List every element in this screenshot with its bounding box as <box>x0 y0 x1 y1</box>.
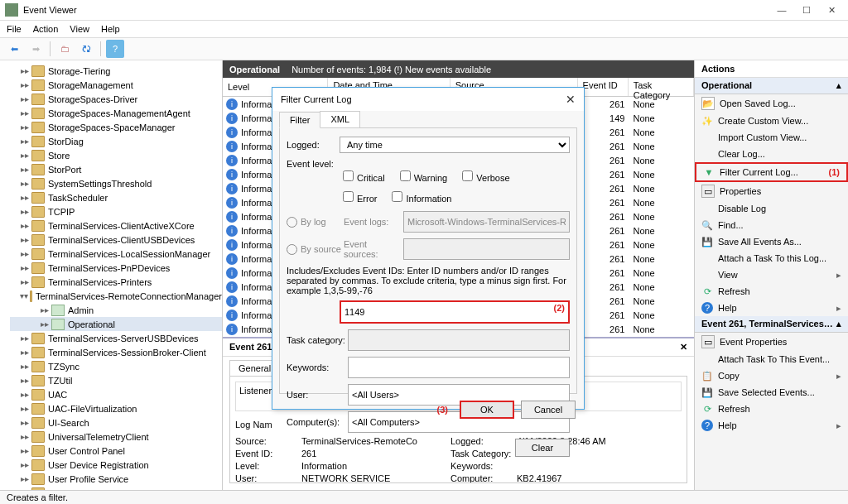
folder-icon <box>31 473 45 485</box>
cb-critical[interactable]: Critical <box>340 168 385 184</box>
folder-icon <box>30 290 32 302</box>
action-item[interactable]: Disable Log <box>695 200 848 217</box>
action-item[interactable]: 🔍Find... <box>695 217 848 233</box>
action-item[interactable]: ?Help▸ <box>695 417 848 434</box>
logged-dropdown[interactable]: Any time <box>340 137 570 153</box>
keywords-dropdown[interactable] <box>348 357 570 378</box>
action-item[interactable]: 📂Open Saved Log... <box>695 94 848 113</box>
navigation-tree[interactable]: ▸Storage-Tiering▸StorageManagement▸Stora… <box>0 60 223 490</box>
col-task[interactable]: Task Category <box>629 78 694 96</box>
cb-information[interactable]: Information <box>388 189 451 204</box>
folder-icon <box>31 487 45 491</box>
actions-header: Actions <box>695 60 848 78</box>
tree-item[interactable]: ▸UI-Search <box>10 415 222 430</box>
tree-item[interactable]: ▸TZUtil <box>10 373 222 387</box>
cb-warning[interactable]: Warning <box>397 168 448 184</box>
action-item[interactable]: ✨Create Custom View... <box>695 113 848 129</box>
action-item[interactable]: ⟳Refresh <box>695 283 848 300</box>
dialog-close-icon[interactable]: ✕ <box>566 93 576 106</box>
clear-button[interactable]: Clear <box>515 439 570 457</box>
tree-item[interactable]: ▸TerminalServices-LocalSessionManager <box>10 247 222 261</box>
action-item[interactable]: 💾Save Selected Events... <box>695 384 848 401</box>
detail-close-icon[interactable]: ✕ <box>680 342 687 353</box>
tree-item[interactable]: ▸StorageManagement <box>10 78 222 92</box>
action-item[interactable]: ▭Properties <box>695 182 848 200</box>
tree-item[interactable]: ▸TerminalServices-ClientUSBDevices <box>10 233 222 247</box>
action-item[interactable]: ?Help▸ <box>695 300 848 316</box>
cb-verbose[interactable]: Verbose <box>459 168 509 184</box>
tree-item[interactable]: ▸TZSync <box>10 359 222 373</box>
tree-item[interactable]: ▸StorageSpaces-Driver <box>10 92 222 106</box>
tree-item[interactable]: ▸TerminalServices-SessionBroker-Client <box>10 345 222 359</box>
dialog-tab-xml[interactable]: XML <box>320 111 360 127</box>
action-item[interactable]: 💾Save All Events As... <box>695 233 848 250</box>
action-item[interactable]: ▼Filter Current Log...(1) <box>695 162 848 182</box>
tree-item[interactable]: ▸User Control Panel <box>10 444 222 458</box>
tree-item[interactable]: ▸User Device Registration <box>10 458 222 472</box>
actions-section-operational[interactable]: Operational▴ <box>695 78 848 94</box>
info-icon: i <box>226 267 238 279</box>
tree-item[interactable]: ▸TerminalServices-ServerUSBDevices <box>10 331 222 345</box>
tree-item[interactable]: ▸User Profile Service <box>10 472 222 486</box>
event-id-input[interactable] <box>340 300 570 324</box>
help-icon[interactable]: ? <box>106 40 124 58</box>
folder-icon <box>31 192 45 204</box>
menu-view[interactable]: View <box>70 24 89 34</box>
event-logs-dropdown <box>403 211 570 233</box>
menu-help[interactable]: Help <box>101 24 120 34</box>
back-icon[interactable]: ⬅ <box>5 40 23 58</box>
tree-item[interactable]: ▸StorageSpaces-SpaceManager <box>10 120 222 134</box>
tree-item[interactable]: ▸Admin <box>10 303 222 317</box>
tree-item[interactable]: ▸SystemSettingsThreshold <box>10 176 222 190</box>
action-item[interactable]: Import Custom View... <box>695 129 848 146</box>
tree-item[interactable]: ▸TerminalServices-ClientActiveXCore <box>10 218 222 233</box>
radio-bysource <box>287 244 297 255</box>
dialog-tab-filter[interactable]: Filter <box>279 112 320 128</box>
action-item[interactable]: ▭Event Properties <box>695 333 848 351</box>
tree-item[interactable]: ▸Operational <box>10 317 222 331</box>
tree-item[interactable]: ▸Storage-Tiering <box>10 64 222 78</box>
tree-item[interactable]: ▸UniversalTelemetryClient <box>10 430 222 444</box>
menu-bar: File Action View Help <box>0 21 848 37</box>
tree-item[interactable]: ▸Store <box>10 148 222 162</box>
marker-2: (2) <box>554 303 565 313</box>
action-item[interactable]: Attach Task To This Event... <box>695 351 848 367</box>
info-icon: i <box>226 169 238 180</box>
action-item[interactable]: View▸ <box>695 266 848 283</box>
minimize-button[interactable]: — <box>770 2 793 18</box>
action-item[interactable]: ⟳Refresh <box>695 401 848 417</box>
tree-item[interactable]: ▸TerminalServices-Printers <box>10 275 222 289</box>
close-button[interactable]: ✕ <box>820 2 843 18</box>
event-sources-dropdown <box>403 238 570 260</box>
ok-button[interactable]: OK <box>460 401 514 419</box>
action-item[interactable]: Clear Log... <box>695 146 848 162</box>
tree-item[interactable]: ▸TerminalServices-PnPDevices <box>10 261 222 275</box>
actions-section-event[interactable]: Event 261, TerminalServices-RemoteConn..… <box>695 316 848 333</box>
log-icon <box>51 319 65 330</box>
marker-3: (3) <box>437 405 448 415</box>
forward-icon[interactable]: ➡ <box>26 40 45 58</box>
menu-file[interactable]: File <box>7 24 22 34</box>
tree-item[interactable]: ▸StorageSpaces-ManagementAgent <box>10 106 222 120</box>
tree-item[interactable]: ▸User-Loader <box>10 486 222 490</box>
tree-item[interactable]: ▾TerminalServices-RemoteConnectionManage… <box>10 289 222 303</box>
action-item[interactable]: 📋Copy▸ <box>695 367 848 384</box>
menu-action[interactable]: Action <box>33 24 59 34</box>
browse-icon[interactable]: 🗀 <box>55 40 74 58</box>
grid-title: Operational <box>229 65 280 74</box>
refresh-icon[interactable]: 🗘 <box>77 40 95 58</box>
maximize-button[interactable]: ☐ <box>795 2 818 18</box>
cancel-button[interactable]: Cancel <box>521 401 576 419</box>
col-eventid[interactable]: Event ID <box>578 78 629 96</box>
folder-icon <box>31 79 45 91</box>
folder-icon <box>31 375 45 386</box>
tree-item[interactable]: ▸StorPort <box>10 162 222 176</box>
tree-item[interactable]: ▸UAC-FileVirtualization <box>10 401 222 415</box>
action-item[interactable]: Attach a Task To this Log... <box>695 250 848 266</box>
action-icon <box>701 269 713 281</box>
tree-item[interactable]: ▸TCPIP <box>10 204 222 218</box>
cb-error[interactable]: Error <box>340 189 377 204</box>
tree-item[interactable]: ▸StorDiag <box>10 134 222 148</box>
tree-item[interactable]: ▸UAC <box>10 387 222 401</box>
tree-item[interactable]: ▸TaskScheduler <box>10 190 222 204</box>
